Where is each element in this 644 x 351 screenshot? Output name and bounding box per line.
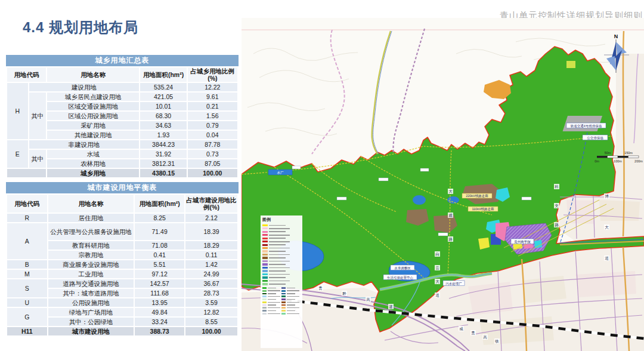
col-header: 占城乡用地比例(%) <box>188 67 237 82</box>
col-header: 用地代码 <box>7 195 47 213</box>
table-row: B商业服务业设施用地5.511.42 <box>7 260 237 269</box>
legend-swatch <box>262 257 268 258</box>
table-row: M工业用地97.1224.99 <box>7 270 237 278</box>
legend-label-text <box>269 270 286 272</box>
name-cell: 其中：城市道路用地 <box>48 289 134 297</box>
area-cell: 34.63 <box>140 121 186 130</box>
legend-label-text <box>269 235 290 236</box>
pct-cell: 12.22 <box>188 83 237 91</box>
legend-swatch <box>281 287 286 289</box>
legend-swatches-col2a <box>262 287 281 315</box>
legend-label-text <box>268 299 276 300</box>
legend-label-text <box>268 288 276 288</box>
code-cell: R <box>7 214 47 222</box>
legend-label-text <box>269 274 290 275</box>
area-cell: 10.01 <box>140 102 186 110</box>
area-cell: 421.05 <box>140 93 186 101</box>
legend-swatch <box>281 290 286 292</box>
legend-item <box>262 304 281 306</box>
svg-text:观: 观 <box>448 213 453 218</box>
svg-text:大: 大 <box>435 279 439 284</box>
svg-text:0m: 0m <box>595 159 599 163</box>
svg-text:贵: 贵 <box>318 286 323 291</box>
bus-depot-label: 公交停保场 <box>583 135 608 140</box>
code-cell: A <box>7 223 47 259</box>
area-cell: 13.95 <box>135 298 184 307</box>
sewage-plant-label: 污水处理厂 <box>443 281 465 286</box>
balance-table-title: 城市建设用地平衡表 <box>6 182 239 193</box>
table-header-row: 用地代码 用地名称 用地面积(hm²) 占城乡用地比例(%) <box>7 67 237 82</box>
legend-swatch <box>262 298 267 300</box>
strip-cyan-patch <box>534 240 542 248</box>
legend-item <box>281 312 301 315</box>
pct-cell: 9.61 <box>188 93 237 101</box>
svg-text:云: 云 <box>435 266 439 270</box>
legend-item <box>262 287 281 289</box>
area-cell: 0.41 <box>135 251 184 259</box>
legend-label-text <box>287 313 299 314</box>
legend-item <box>281 287 301 289</box>
pct-cell: 2.12 <box>185 214 237 222</box>
legend-item <box>262 253 301 256</box>
blank-cell <box>7 169 46 177</box>
balance-table: 城市建设用地平衡表 用地代码 用地名称 用地面积(hm²) 占城市建设用地比例(… <box>6 182 239 337</box>
legend-item <box>262 247 301 250</box>
svg-text:150m: 150m <box>624 151 633 155</box>
pct-cell: 0.73 <box>188 150 237 158</box>
legend-label-text <box>269 231 286 232</box>
legend-label-text <box>268 307 280 308</box>
legend-swatch <box>281 307 286 309</box>
name-cell: 教育科研用地 <box>48 241 134 250</box>
svg-text:轨道交通4号线停保场: 轨道交通4号线停保场 <box>571 124 602 128</box>
legend-item <box>281 298 301 300</box>
table-header-row: 用地代码 用地名称 用地面积(hm²) 占城市建设用地比例(%) <box>7 195 237 213</box>
svg-text:速: 速 <box>389 304 393 309</box>
legend-swatch <box>262 260 268 262</box>
legend-label-text <box>269 277 286 278</box>
legend-swatch <box>281 301 286 303</box>
table-total-row: H11 城市建设用地 388.73 100.00 <box>7 327 237 335</box>
legend-swatch <box>281 293 286 295</box>
legend-label-text <box>287 307 299 308</box>
table-row: 其中 城乡居民点建设用地 421.05 9.61 <box>7 93 237 101</box>
depot-label: 轨道交通4号线停保场 <box>566 123 606 128</box>
college-label: 贵州商学院 <box>511 239 534 244</box>
table-row: 其中 水域 31.92 0.73 <box>7 150 237 158</box>
legend-label-text <box>269 267 290 269</box>
summary-table-title: 城乡用地汇总表 <box>6 55 239 66</box>
summary-table-grid: 用地代码 用地名称 用地面积(hm²) 占城乡用地比例(%) H 建设用地 53… <box>6 66 239 178</box>
legend-label-text <box>268 296 280 297</box>
name-cell: 非建设用地 <box>29 140 140 149</box>
waste-center-label: 生活垃圾处置中心 <box>383 275 417 280</box>
svg-text:公交停保场: 公交停保场 <box>587 136 603 140</box>
power-line-label: 220kV线路走廊 <box>462 193 492 198</box>
area-cell: 142.57 <box>135 279 184 288</box>
total-name-cell: 城乡用地 <box>47 169 139 177</box>
legend-item <box>262 240 301 243</box>
area-cell: 49.84 <box>135 308 184 316</box>
legend-label-text <box>269 225 286 226</box>
legend-swatch <box>262 238 268 239</box>
area-cell: 33.24 <box>135 318 184 326</box>
code-cell: H11 <box>7 327 47 335</box>
name-cell: 区域公用设施用地 <box>47 112 139 120</box>
svg-text:文: 文 <box>555 204 559 208</box>
col-header: 占城市建设用地比例(%) <box>185 195 237 213</box>
area-cell: 1.93 <box>140 131 186 139</box>
pct-cell: 87.78 <box>188 140 237 149</box>
svg-text:路: 路 <box>448 237 453 242</box>
subcode-cell: 其中 <box>29 150 46 168</box>
pond <box>413 195 426 205</box>
area-cell: 8.25 <box>135 214 184 222</box>
name-cell: 商业服务业设施用地 <box>48 260 134 269</box>
legend-item <box>281 310 301 312</box>
svg-text:水厂: 水厂 <box>277 171 284 174</box>
legend-item <box>262 273 301 276</box>
code-cell: E <box>7 140 28 168</box>
svg-text:大: 大 <box>605 225 609 229</box>
legend-swatch <box>262 287 267 289</box>
area-cell: 5.51 <box>135 260 184 269</box>
legend-swatch <box>262 263 268 265</box>
pct-cell: 24.99 <box>185 270 237 278</box>
legend-label-text <box>268 293 276 294</box>
